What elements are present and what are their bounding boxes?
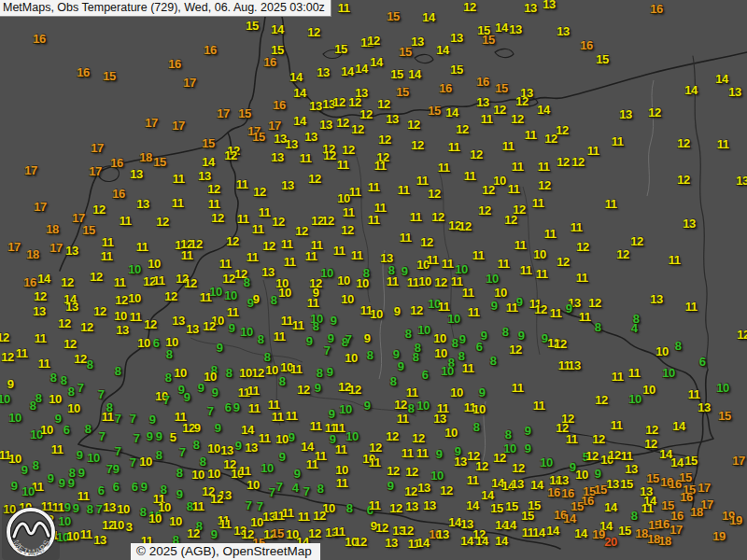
station-temp: 12 — [576, 241, 588, 253]
station-temp: 13 — [220, 444, 233, 456]
station-temp: 7 — [106, 463, 113, 475]
station-temp: 6 — [422, 369, 429, 381]
station-temp: 13 — [304, 131, 317, 143]
station-temp: 11 — [579, 311, 591, 323]
station-temp: 9 — [68, 477, 75, 489]
station-temp: 9 — [176, 488, 183, 500]
station-temp: 7 — [130, 456, 136, 469]
station-temp: 12 — [0, 331, 9, 343]
station-temp: 5 — [170, 431, 176, 443]
station-temp: 19 — [712, 530, 725, 542]
station-temp: 9 — [388, 480, 394, 492]
station-temp: 8 — [258, 333, 264, 345]
station-temp: 13 — [454, 455, 466, 468]
station-temp: 16 — [110, 157, 122, 169]
station-temp: 8 — [502, 326, 509, 338]
station-temp: 15 — [495, 82, 507, 94]
station-temp: 10 — [139, 455, 151, 468]
station-temp: 11 — [272, 411, 284, 423]
station-temp: 13 — [460, 518, 472, 530]
station-temp: 12 — [211, 212, 223, 224]
station-temp: 10 — [494, 287, 506, 299]
station-temp: 10 — [111, 519, 123, 531]
station-temp: 12 — [588, 297, 600, 309]
station-temp: 15 — [246, 20, 258, 32]
station-temp: 8 — [675, 340, 682, 352]
station-temp: 12 — [341, 224, 353, 236]
station-temp: 12 — [493, 104, 505, 116]
station-temp: 12 — [253, 186, 265, 198]
station-temp: 7 — [345, 333, 352, 345]
station-temp: 12 — [323, 149, 335, 161]
station-temp: 16 — [561, 487, 573, 499]
station-temp: 11 — [310, 420, 322, 432]
station-temp: 9 — [364, 332, 371, 344]
station-temp: 12 — [401, 525, 413, 537]
station-temp: 11 — [533, 399, 545, 412]
station-temp: 7 — [98, 388, 105, 400]
station-temp: 10 — [716, 382, 728, 394]
station-temp: 16 — [656, 518, 669, 530]
station-temp: 12 — [475, 460, 487, 472]
station-temp: 14 — [202, 156, 214, 168]
station-temp: 11 — [237, 213, 249, 225]
station-temp: 11 — [333, 525, 345, 538]
station-temp: 10 — [416, 399, 429, 412]
station-temp: 9 — [315, 382, 321, 394]
station-temp: 11 — [566, 433, 578, 445]
station-temp: 11 — [398, 184, 410, 196]
station-temp: 15 — [387, 10, 399, 22]
station-temp: 3 — [126, 521, 133, 533]
station-temp: 14 — [546, 525, 558, 537]
station-temp: 6 — [132, 481, 138, 493]
station-temp: 11 — [520, 264, 532, 276]
station-temp: 14 — [293, 87, 305, 99]
station-temp: 13 — [625, 463, 637, 475]
station-temp: 10 — [540, 456, 552, 469]
station-temp: 16 — [204, 44, 216, 56]
station-temp: 11 — [16, 347, 28, 359]
station-temp: 10 — [0, 393, 10, 405]
station-temp: 12 — [592, 433, 604, 445]
station-temp: 13 — [130, 168, 142, 180]
station-temp: 12 — [74, 353, 86, 365]
station-temp: 14 — [684, 84, 697, 96]
station-temp: 10 — [137, 337, 149, 349]
station-temp: 11 — [259, 432, 271, 444]
station-temp: 12 — [645, 424, 657, 436]
station-temp: 14 — [271, 23, 283, 35]
station-temp: 14 — [448, 516, 460, 528]
station-temp: 14 — [481, 489, 493, 501]
map-title: MetMaps, Obs Temperature (729), Wed, 06.… — [3, 1, 325, 14]
station-temp: 6 — [113, 481, 120, 493]
station-temp: 14 — [466, 499, 478, 511]
station-temp: 11 — [468, 306, 480, 318]
station-temp: 10 — [356, 277, 368, 289]
station-temp: 11 — [374, 160, 387, 172]
station-temp: 13 — [556, 474, 568, 486]
station-temp: 4 — [631, 322, 638, 334]
station-temp: 11 — [349, 186, 361, 198]
station-temp: 10 — [628, 393, 641, 405]
station-temp: 12 — [644, 438, 656, 450]
station-temp: 12 — [351, 123, 363, 135]
station-temp: 10 — [486, 273, 498, 285]
station-temp: 11 — [685, 301, 698, 313]
station-temp: 9 — [113, 463, 120, 475]
weather-map-window: 1616151617171711151412161515121614131414… — [0, 0, 747, 560]
station-temp: 11 — [525, 129, 537, 141]
station-temp: 10 — [265, 364, 277, 376]
station-temp: 12 — [677, 174, 689, 186]
station-temp: 13 — [172, 315, 184, 327]
station-temp: 11 — [208, 198, 220, 210]
station-temp: 6 — [699, 356, 706, 368]
station-temp: 12 — [61, 276, 73, 288]
station-temp: 17 — [24, 164, 36, 176]
station-temp: 15 — [718, 410, 730, 422]
station-temp: 15 — [103, 70, 115, 82]
station-temp: 12 — [307, 26, 319, 38]
station-temp: 15 — [596, 53, 608, 65]
station-temp: 14 — [301, 441, 313, 453]
station-temp: 8 — [85, 423, 92, 435]
station-temp: 18 — [26, 248, 38, 260]
